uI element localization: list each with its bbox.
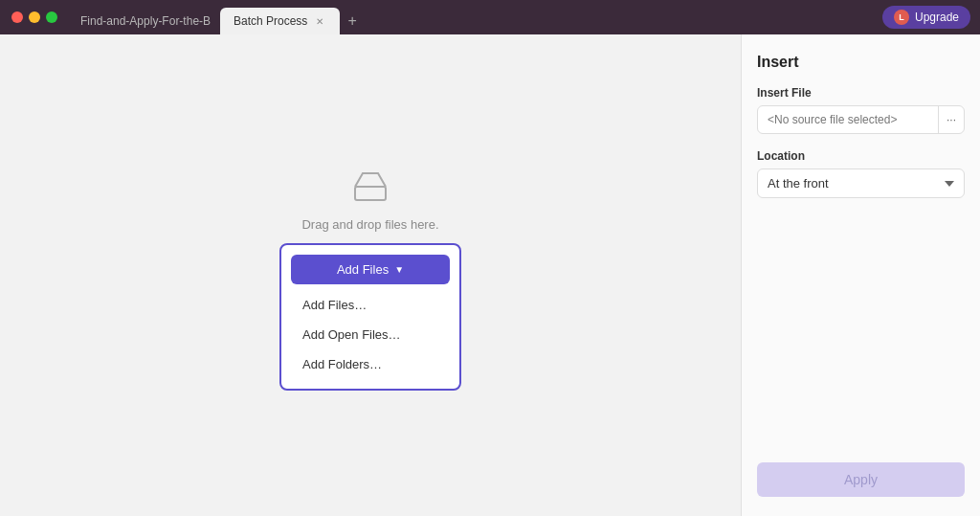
tab-close-icon[interactable]: ✕ [313, 14, 326, 28]
dropdown-container: Add Files ▼ Add Files… Add Open Files… A… [279, 243, 461, 391]
dropdown-menu: Add Files… Add Open Files… Add Folders… [291, 290, 450, 379]
new-tab-button[interactable]: + [340, 8, 364, 34]
dropdown-item-add-folders[interactable]: Add Folders… [291, 349, 450, 379]
add-files-button[interactable]: Add Files ▼ [291, 255, 450, 284]
drop-zone: Drag and drop files here. Add Files ▼ Ad… [279, 160, 461, 391]
spacer [757, 213, 965, 447]
tab-label: Find-and-Apply-For-the-B [80, 14, 211, 28]
location-select[interactable]: At the front At the back Before selectio… [757, 168, 965, 198]
close-button[interactable] [11, 11, 23, 23]
maximize-button[interactable] [46, 11, 57, 23]
dropdown-arrow-icon: ▼ [394, 264, 404, 275]
file-input[interactable] [758, 106, 938, 133]
panel-title: Insert [757, 54, 965, 71]
dropdown-item-add-open-files[interactable]: Add Open Files… [291, 320, 450, 349]
tab-bar: Find-and-Apply-For-the-B Batch Process ✕… [67, 0, 365, 34]
insert-file-section: Insert File ··· [757, 86, 965, 134]
insert-file-label: Insert File [757, 86, 965, 100]
tab-label: Batch Process [234, 14, 307, 28]
minimize-button[interactable] [29, 11, 40, 23]
upgrade-label: Upgrade [915, 11, 959, 24]
upgrade-button[interactable]: L Upgrade [882, 6, 970, 29]
traffic-lights [0, 11, 57, 23]
svg-rect-0 [355, 187, 386, 200]
tab-find-apply[interactable]: Find-and-Apply-For-the-B [67, 8, 220, 34]
location-label: Location [757, 149, 965, 163]
user-avatar: L [894, 10, 909, 25]
inbox-icon [347, 160, 393, 206]
title-bar: Find-and-Apply-For-the-B Batch Process ✕… [0, 0, 980, 34]
file-input-row: ··· [757, 105, 965, 134]
main-layout: Drag and drop files here. Add Files ▼ Ad… [0, 34, 980, 516]
location-section: Location At the front At the back Before… [757, 149, 965, 198]
tab-batch-process[interactable]: Batch Process ✕ [220, 8, 340, 34]
apply-button[interactable]: Apply [757, 462, 965, 497]
add-files-label: Add Files [337, 262, 389, 277]
file-more-button[interactable]: ··· [938, 106, 964, 133]
dropdown-item-add-files[interactable]: Add Files… [291, 290, 450, 320]
right-panel: Insert Insert File ··· Location At the f… [741, 34, 980, 516]
left-panel: Drag and drop files here. Add Files ▼ Ad… [0, 34, 741, 516]
drop-text: Drag and drop files here. [301, 217, 438, 232]
